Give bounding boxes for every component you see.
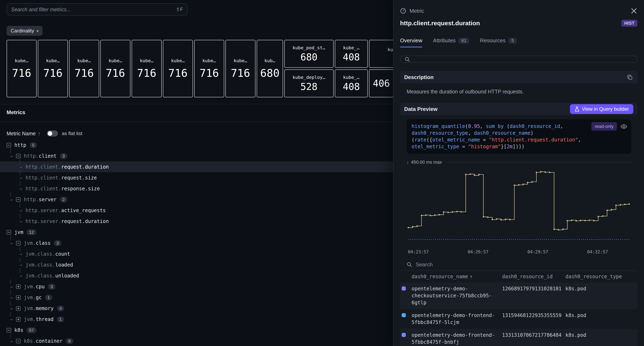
treemap-cell-label: kube…	[15, 58, 28, 63]
treemap-cell[interactable]: kube_pod_st…680	[284, 40, 334, 68]
panel-header: Metric	[400, 7, 638, 14]
tab-overview[interactable]: Overview	[400, 37, 422, 47]
col-resource-type[interactable]: dash0_resource_type	[566, 274, 638, 279]
treemap-cell-value: 408	[343, 81, 360, 92]
treemap-cell[interactable]: kube_…408	[335, 69, 368, 97]
tree-connector-icon	[9, 194, 15, 205]
metric-name: http.client	[24, 153, 56, 159]
flask-icon	[574, 106, 580, 112]
treemap-cell[interactable]: kube…716	[6, 40, 36, 97]
metric-name: k8s	[14, 327, 23, 333]
description-title: Description	[404, 74, 434, 80]
resource-id: 13313107067217786484	[502, 332, 566, 346]
tree-connector-icon	[18, 270, 24, 281]
panel-tabs: Overview Attributes 61 Resources 5	[400, 37, 638, 47]
metric-detail-panel: Metric http.client.request.duration HIST…	[393, 0, 644, 346]
tab-resources[interactable]: Resources 5	[480, 37, 517, 47]
overview-search[interactable]	[400, 56, 638, 63]
expand-icon[interactable]	[16, 295, 20, 300]
metric-count-badge: 1	[45, 295, 52, 300]
treemap-cell[interactable]: kube…716	[69, 40, 99, 97]
treemap-cell-value: 716	[200, 67, 219, 79]
x-tick: 04:29:57	[528, 249, 548, 254]
treemap-cell[interactable]: kube_deploy…528	[284, 69, 334, 97]
data-preview-section-header: Data Preview View in Query builder	[400, 103, 638, 115]
metric-name: jvm.class.unloaded	[26, 273, 79, 279]
resource-search[interactable]	[400, 259, 638, 271]
resource-row[interactable]: opentelemetry-demo-frontend-5fbbc8475f-5…	[400, 309, 638, 329]
expand-icon[interactable]	[16, 306, 20, 311]
resource-search-input[interactable]	[416, 261, 638, 268]
sort-label: Metric Name	[6, 131, 36, 137]
treemap-cell[interactable]: kube…716	[100, 40, 130, 97]
resource-type: k8s.pod	[566, 332, 638, 346]
resource-id: 13159468122935355559	[502, 312, 566, 326]
chart-max-label: 450.00 ms max	[411, 160, 442, 165]
readonly-badge: read-only	[591, 122, 617, 131]
resource-row[interactable]: opentelemetry-demo-frontend-5fbbc8475f-b…	[400, 329, 638, 346]
search-icon	[404, 57, 410, 62]
tree-connector-icon	[9, 314, 15, 325]
overview-search-input[interactable]	[413, 56, 633, 62]
preview-chart[interactable]	[407, 165, 631, 249]
col-resource-id[interactable]: dash0_resource_id	[502, 274, 566, 279]
view-in-query-builder-button[interactable]: View in Query builder	[570, 104, 633, 114]
close-panel-button[interactable]	[630, 7, 638, 14]
sort-by-metric-name[interactable]: Metric Name ↑	[6, 131, 40, 137]
collapse-icon[interactable]	[16, 154, 20, 158]
treemap-cell-label: kube_deploy…	[293, 75, 326, 80]
flat-list-toggle[interactable]	[47, 130, 58, 137]
metric-name: http.client.request.size	[26, 175, 97, 181]
collapse-icon[interactable]	[6, 230, 11, 234]
treemap-cell[interactable]: kube…716	[194, 40, 224, 97]
collapse-icon[interactable]	[6, 328, 11, 333]
tab-attributes[interactable]: Attributes 61	[433, 37, 469, 47]
treemap-cell-label: kube…	[234, 58, 247, 63]
col-resource-name[interactable]: dash0_resource_name↑	[412, 274, 502, 279]
code-line: dash0_resource_type, dash0_resource_name…	[412, 130, 626, 137]
metric-name: jvm.gc	[24, 295, 42, 300]
treemap-cell[interactable]: kube…716	[132, 40, 162, 97]
copy-description-button[interactable]	[626, 74, 633, 81]
treemap-cell[interactable]: kube…716	[226, 40, 256, 97]
treemap-cell-value: 716	[137, 67, 156, 79]
panel-kind-label: Metric	[410, 8, 424, 14]
preview-chart-svg	[407, 165, 632, 247]
expand-icon[interactable]	[16, 284, 20, 289]
search-shortcut-hint: ⇧F	[176, 6, 183, 12]
collapse-icon[interactable]	[16, 339, 20, 343]
treemap-cell[interactable]: 406	[369, 69, 394, 97]
tree-connector-icon	[18, 216, 24, 227]
metric-name: jvm.class.count	[26, 251, 70, 257]
treemap-cell-label: kube_pod_st…	[293, 45, 326, 50]
chart-max-annotation: 450.00 ms max	[407, 160, 631, 165]
metric-count-badge: 3	[48, 284, 55, 290]
treemap-cell[interactable]: kube…716	[163, 40, 193, 97]
resource-row[interactable]: opentelemetry-demo-checkoutservice-75fb8…	[400, 282, 638, 309]
code-line: (rate({otel_metric_name = "http.client.r…	[412, 137, 626, 143]
metric-name: jvm.thread	[24, 317, 54, 322]
eye-icon[interactable]	[620, 124, 627, 129]
treemap-cell[interactable]: kube_…408	[335, 40, 368, 68]
attributes-count-badge: 61	[458, 38, 469, 44]
metrics-search[interactable]: ⇧F	[6, 3, 188, 16]
expand-icon[interactable]	[16, 317, 20, 322]
treemap-cell[interactable]: kub…680	[257, 40, 283, 97]
sort-asc-icon: ↑	[470, 274, 473, 279]
treemap-cell-label: kube_…	[343, 75, 359, 80]
collapse-icon[interactable]	[16, 197, 20, 202]
treemap-cell-value: 716	[231, 67, 250, 79]
collapse-icon[interactable]	[16, 241, 20, 245]
metric-count-badge: 2	[60, 197, 67, 202]
cardinality-dropdown[interactable]: Cardinality	[6, 26, 42, 36]
data-preview-title: Data Preview	[404, 106, 438, 112]
treemap-cell-label: kube…	[140, 58, 154, 63]
resource-name: opentelemetry-demo-frontend-5fbbc8475f-5…	[412, 312, 502, 326]
series-color-swatch	[400, 312, 412, 326]
collapse-icon[interactable]	[6, 143, 11, 148]
panel-title-row: http.client.request.duration HIST	[400, 20, 638, 27]
flat-list-label: as flat list	[62, 131, 82, 136]
metric-count-badge: 5	[30, 142, 37, 148]
treemap-cell[interactable]: kube…716	[38, 40, 68, 97]
metrics-search-input[interactable]	[11, 6, 172, 12]
